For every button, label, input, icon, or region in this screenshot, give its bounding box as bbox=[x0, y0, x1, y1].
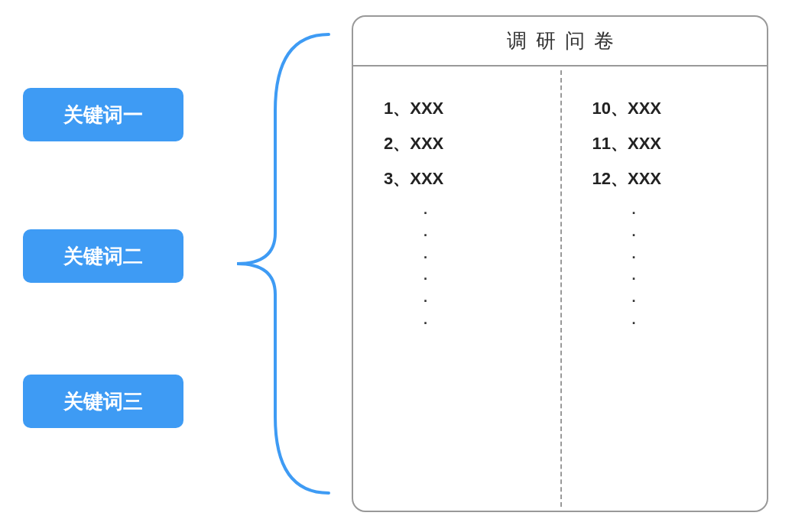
questionnaire-card: 调研问卷 1、XXX 2、XXX 3、XXX · · · · · · 10、XX… bbox=[352, 15, 768, 512]
keyword-label-3: 关键词三 bbox=[63, 388, 143, 415]
dot: · bbox=[424, 268, 537, 290]
dot: · bbox=[632, 203, 745, 225]
list-item: 2、XXX bbox=[384, 132, 537, 155]
keyword-box-2: 关键词二 bbox=[23, 229, 183, 283]
dot: · bbox=[424, 313, 537, 335]
brace-icon bbox=[214, 19, 352, 508]
dot: · bbox=[632, 247, 745, 269]
right-column: 10、XXX 11、XXX 12、XXX · · · · · · bbox=[560, 66, 768, 511]
dot: · bbox=[632, 225, 745, 247]
list-item: 12、XXX bbox=[592, 167, 745, 190]
list-item: 11、XXX bbox=[592, 132, 745, 155]
dot: · bbox=[424, 225, 537, 247]
dot: · bbox=[632, 290, 745, 313]
dot: · bbox=[424, 290, 537, 313]
dot: · bbox=[632, 268, 745, 290]
keyword-box-1: 关键词一 bbox=[23, 88, 183, 141]
column-divider bbox=[560, 70, 562, 507]
diagram-container: 关键词一 关键词二 关键词三 调研问卷 1、XXX 2、XXX 3、XXX · … bbox=[0, 0, 792, 532]
dot: · bbox=[424, 203, 537, 225]
dot: · bbox=[424, 247, 537, 269]
list-item: 3、XXX bbox=[384, 167, 537, 190]
questionnaire-title: 调研问卷 bbox=[353, 17, 767, 66]
ellipsis-dots: · · · · · · bbox=[592, 203, 745, 335]
list-item: 10、XXX bbox=[592, 97, 745, 120]
dot: · bbox=[632, 313, 745, 335]
keyword-label-1: 关键词一 bbox=[63, 102, 143, 128]
ellipsis-dots: · · · · · · bbox=[384, 203, 537, 335]
keyword-label-2: 关键词二 bbox=[63, 243, 143, 270]
list-item: 1、XXX bbox=[384, 97, 537, 120]
questionnaire-body: 1、XXX 2、XXX 3、XXX · · · · · · 10、XXX 11、… bbox=[353, 66, 767, 511]
left-column: 1、XXX 2、XXX 3、XXX · · · · · · bbox=[353, 66, 560, 511]
keyword-box-3: 关键词三 bbox=[23, 375, 183, 428]
